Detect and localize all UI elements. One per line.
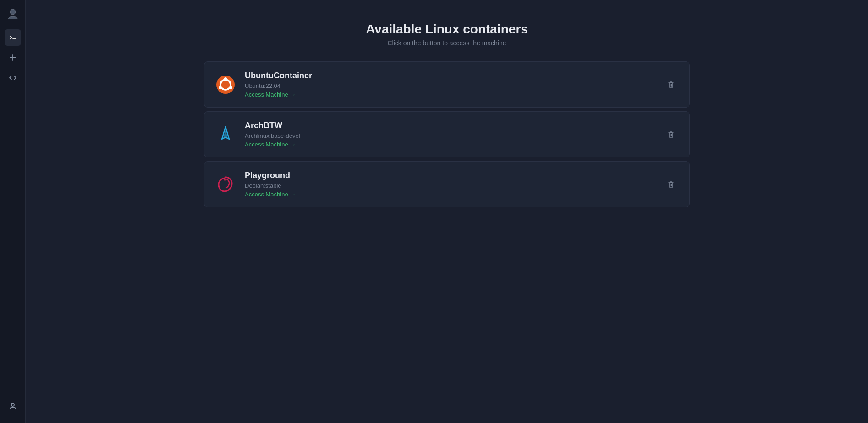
main-content: Available Linux containers Click on the … [26,0,868,423]
add-nav-button[interactable] [5,49,21,66]
page-header: Available Linux containers Click on the … [366,22,528,47]
container-name-arch: ArchBTW [245,121,654,130]
svg-rect-20 [669,183,673,187]
svg-point-4 [11,403,14,406]
access-link-playground[interactable]: Access Machine → [245,191,654,198]
delete-button-playground[interactable] [664,177,678,192]
terminal-nav-button[interactable] [5,29,21,46]
container-card-arch: ArchBTW Archlinux:base-devel Access Mach… [204,111,690,157]
svg-point-7 [224,77,227,81]
ubuntu-icon [215,75,236,95]
container-image-ubuntu: Ubuntu:22.04 [245,82,654,89]
debian-icon [215,174,236,195]
delete-button-arch[interactable] [664,127,678,142]
container-name-ubuntu: UbuntuContainer [245,71,654,81]
code-nav-button[interactable] [5,70,21,86]
container-card-playground: Playground Debian:stable Access Machine … [204,161,690,207]
app-logo [5,5,21,22]
container-card-ubuntu: UbuntuContainer Ubuntu:22.04 Access Mach… [204,61,690,108]
sidebar [0,0,26,423]
access-link-ubuntu[interactable]: Access Machine → [245,91,654,98]
container-image-arch: Archlinux:base-devel [245,132,654,139]
svg-point-8 [229,86,232,89]
svg-point-9 [219,86,222,89]
container-info-playground: Playground Debian:stable Access Machine … [245,171,654,198]
container-info-arch: ArchBTW Archlinux:base-devel Access Mach… [245,121,654,148]
arch-icon [215,125,236,145]
page-title: Available Linux containers [366,22,528,37]
page-subtitle: Click on the button to access the machin… [366,39,528,47]
access-link-arch[interactable]: Access Machine → [245,141,654,148]
container-image-playground: Debian:stable [245,182,654,189]
container-info-ubuntu: UbuntuContainer Ubuntu:22.04 Access Mach… [245,71,654,98]
svg-point-19 [224,179,226,181]
svg-rect-10 [669,83,673,87]
svg-rect-16 [669,133,673,137]
user-profile-button[interactable] [5,397,21,414]
delete-button-ubuntu[interactable] [664,77,678,92]
container-list: UbuntuContainer Ubuntu:22.04 Access Mach… [204,61,690,207]
svg-point-0 [10,9,16,15]
container-name-playground: Playground [245,171,654,180]
